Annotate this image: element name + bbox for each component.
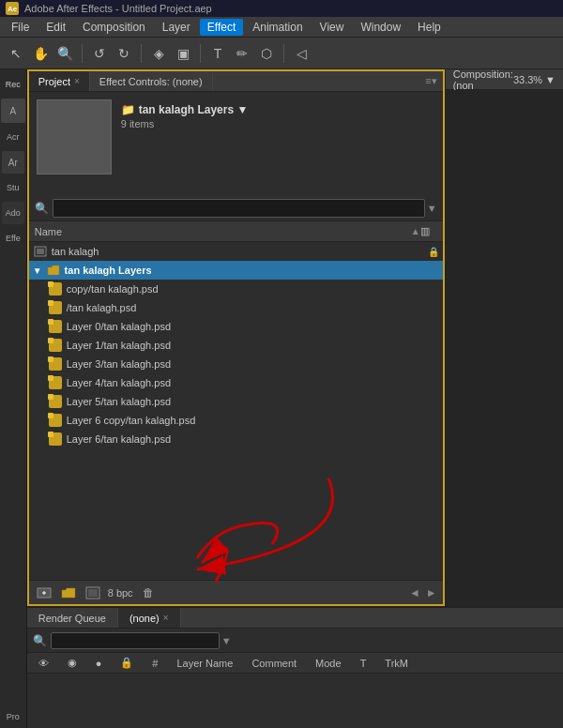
tool-undo[interactable]: ↺ <box>89 43 110 64</box>
psd-file-icon <box>48 432 63 446</box>
tool-separator-4 <box>283 44 284 63</box>
tool-polygon[interactable]: ⬡ <box>256 43 277 64</box>
folder-icon <box>46 264 61 277</box>
open-folder-button[interactable] <box>59 584 78 601</box>
composition-panel-tab: Composition: (non 33.3% ▼ <box>446 69 563 90</box>
tool-select[interactable]: ↖ <box>6 43 26 64</box>
project-info: 📁 tan kalagh Layers ▼ 9 items <box>121 99 249 129</box>
tab-project[interactable]: Project × <box>29 71 90 91</box>
menu-edit[interactable]: Edit <box>38 19 73 36</box>
menu-bar: File Edit Composition Layer Effect Anima… <box>0 17 563 38</box>
menu-window[interactable]: Window <box>353 19 408 36</box>
menu-help[interactable]: Help <box>410 19 449 36</box>
tool-zoom[interactable]: 🔍 <box>54 43 75 64</box>
left-sidebar: Rec A Acr Ar Stu Ado Effe Pro <box>0 69 27 728</box>
tool-separator-2 <box>141 44 142 63</box>
expand-icon[interactable]: ▼ <box>33 265 42 276</box>
sidebar-tool-acr[interactable]: Acr <box>2 126 24 148</box>
composition-panel-label: Composition: (non <box>453 68 513 91</box>
project-search-bar: 🔍 ▼ <box>29 195 443 221</box>
new-comp-button[interactable] <box>84 584 102 601</box>
search-dropdown-icon[interactable]: ▼ <box>427 203 437 214</box>
menu-composition[interactable]: Composition <box>75 19 153 36</box>
tool-hand[interactable]: ✋ <box>30 43 51 64</box>
list-item[interactable]: Layer 3/tan kalagh.psd <box>44 355 443 373</box>
list-item[interactable]: tan kalagh 🔒 <box>29 242 443 261</box>
project-thumbnail <box>37 99 112 174</box>
psd-file-icon <box>48 301 63 314</box>
bottom-panels: Render Queue (none) × 🔍 ▼ 👁 ◉ ● 🔒 # Laye… <box>27 606 563 728</box>
list-item[interactable]: Layer 5/tan kalagh.psd <box>44 392 443 411</box>
sidebar-tool-rec[interactable]: Rec <box>2 73 24 96</box>
tool-redo[interactable]: ↻ <box>114 43 134 64</box>
timeline-search-bar: 🔍 ▼ <box>27 629 563 653</box>
list-item[interactable]: Layer 6 copy/tan kalagh.psd <box>44 411 443 430</box>
sidebar-tool-effe[interactable]: Effe <box>2 227 24 250</box>
list-item[interactable]: Layer 0/tan kalagh.psd <box>44 317 443 336</box>
search-icon: 🔍 <box>35 202 49 215</box>
col-t: T <box>353 658 374 669</box>
psd-file-icon <box>48 339 63 352</box>
title-bar-text: Adobe After Effects - Untitled Project.a… <box>24 3 212 14</box>
psd-file-icon <box>48 320 63 333</box>
tool-pen[interactable]: ✏ <box>232 43 252 64</box>
delete-button[interactable]: 🗑 <box>139 584 158 601</box>
timeline-search-dropdown[interactable]: ▼ <box>221 635 232 646</box>
sidebar-tool-ar[interactable]: Ar <box>2 151 24 174</box>
list-item[interactable]: ▼ tan kalagh Layers <box>29 261 443 280</box>
tab-none-close[interactable]: × <box>163 613 169 623</box>
bottom-tabs: Render Queue (none) × <box>27 608 563 629</box>
sidebar-tool-stu[interactable]: Stu <box>2 176 24 199</box>
list-item[interactable]: Layer 1/tan kalagh.psd <box>44 336 443 355</box>
panel-menu-button[interactable]: ≡▾ <box>419 75 442 87</box>
project-thumbnail-area: 📁 tan kalagh Layers ▼ 9 items <box>29 92 443 195</box>
arrow-left[interactable]: ◄ <box>409 586 420 599</box>
sort-icon[interactable]: ▲ <box>411 226 420 236</box>
psd-file-icon <box>48 282 63 296</box>
tab-effect-controls[interactable]: Effect Controls: (none) <box>90 71 213 91</box>
menu-layer[interactable]: Layer <box>155 19 198 36</box>
sidebar-tool-ado[interactable]: Ado <box>2 202 24 224</box>
menu-effect[interactable]: Effect <box>200 19 243 36</box>
timeline-search-input[interactable] <box>51 632 220 649</box>
zoom-control[interactable]: 33.3% ▼ <box>513 74 555 85</box>
main-layout: Rec A Acr Ar Stu Ado Effe Pro Project × … <box>0 69 563 728</box>
menu-animation[interactable]: Animation <box>245 19 310 36</box>
svg-rect-6 <box>88 589 98 597</box>
list-item[interactable]: /tan kalagh.psd <box>44 298 443 317</box>
content-area: Project × Effect Controls: (none) ≡▾ 📁 t… <box>27 69 563 728</box>
col-solo: ● <box>88 658 110 669</box>
tab-project-close[interactable]: × <box>74 76 80 86</box>
project-search-input[interactable] <box>53 199 425 218</box>
list-view-icon: ▥ <box>420 225 437 237</box>
new-item-button[interactable] <box>35 584 53 601</box>
zoom-dropdown-icon[interactable]: ▼ <box>545 74 555 85</box>
tool-shape[interactable]: ◈ <box>148 43 169 64</box>
psd-file-icon <box>48 395 63 408</box>
tab-render-queue[interactable]: Render Queue <box>27 608 118 628</box>
file-item-icon: 🔒 <box>428 247 439 257</box>
svg-rect-1 <box>37 249 44 254</box>
list-item[interactable]: Layer 6/tan kalagh.psd <box>44 430 443 448</box>
app-icon: Ae <box>6 2 19 15</box>
tool-text[interactable]: T <box>207 43 228 64</box>
sidebar-tool-pro[interactable]: Pro <box>2 705 24 728</box>
tool-rotate[interactable]: ◁ <box>291 43 312 64</box>
tab-none[interactable]: (none) × <box>118 608 181 628</box>
composition-icon <box>33 245 48 258</box>
timeline-header: 👁 ◉ ● 🔒 # Layer Name Comment Mode T TrkM <box>27 653 563 674</box>
psd-file-icon <box>48 414 63 427</box>
folder-icon: 📁 <box>121 103 135 116</box>
project-name: 📁 tan kalagh Layers ▼ <box>121 103 249 116</box>
col-visibility: 👁 <box>31 658 56 669</box>
menu-view[interactable]: View <box>312 19 352 36</box>
menu-file[interactable]: File <box>4 19 37 36</box>
zoom-label: 33.3% <box>513 74 542 85</box>
tool-mask[interactable]: ▣ <box>173 43 193 64</box>
list-item[interactable]: copy/tan kalagh.psd <box>44 280 443 298</box>
list-item[interactable]: Layer 4/tan kalagh.psd <box>44 373 443 392</box>
panel-footer: 8 bpc 🗑 ◄ ► <box>29 580 443 604</box>
arrow-right[interactable]: ► <box>426 586 437 599</box>
sidebar-tool-a[interactable]: A <box>1 99 25 123</box>
column-name[interactable]: Name <box>35 226 411 237</box>
